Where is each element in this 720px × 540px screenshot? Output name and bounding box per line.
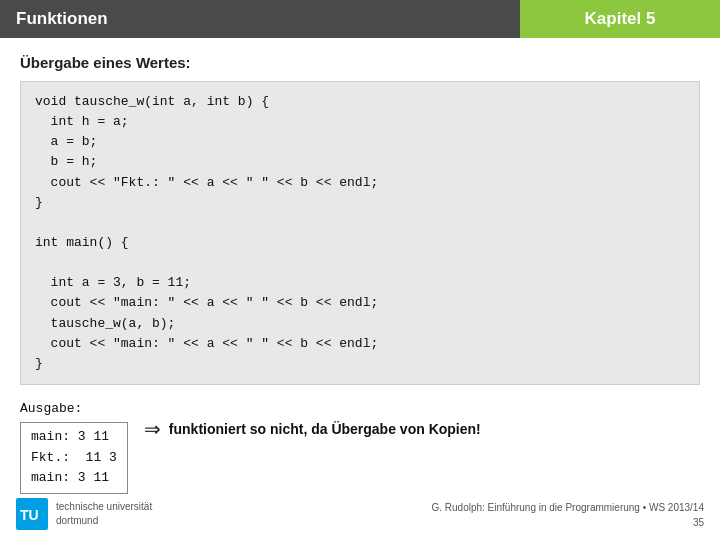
header-title: Funktionen	[0, 0, 520, 38]
output-line-3: main: 3 11	[31, 468, 117, 489]
code-line-11: cout << "main: " << a << " " << b << end…	[35, 293, 685, 313]
footer-logo-area: TU technische universität dortmund	[16, 498, 152, 530]
output-section: Ausgabe: main: 3 11 Fkt.: 11 3 main: 3 1…	[20, 399, 700, 494]
footer-school-name: technische universität dortmund	[56, 500, 152, 528]
code-line-2: int h = a;	[35, 112, 685, 132]
tu-logo-icon: TU	[16, 498, 48, 530]
school-line1: technische universität	[56, 500, 152, 514]
footer-credit: G. Rudolph: Einführung in die Programmie…	[431, 500, 704, 530]
code-line-8: int main() {	[35, 233, 685, 253]
header-chapter: Kapitel 5	[520, 0, 720, 38]
code-line-9	[35, 253, 685, 273]
code-line-6: }	[35, 193, 685, 213]
footer-credit-text: G. Rudolph: Einführung in die Programmie…	[431, 500, 704, 515]
code-line-3: a = b;	[35, 132, 685, 152]
footer-page: 35	[431, 515, 704, 530]
svg-text:TU: TU	[20, 507, 39, 523]
section-title: Übergabe eines Wertes:	[20, 54, 700, 71]
code-block: void tausche_w(int a, int b) { int h = a…	[20, 81, 700, 385]
ausgabe-text: Ausgabe:	[20, 401, 82, 416]
arrow-section: ⇒ funktioniert so nicht, da Übergabe von…	[144, 417, 481, 441]
code-line-14: }	[35, 354, 685, 374]
code-line-7	[35, 213, 685, 233]
code-line-5: cout << "Fkt.: " << a << " " << b << end…	[35, 173, 685, 193]
school-line2: dortmund	[56, 514, 152, 528]
code-line-12: tausche_w(a, b);	[35, 314, 685, 334]
arrow-description: funktioniert so nicht, da Übergabe von K…	[169, 421, 481, 437]
output-line-1: main: 3 11	[31, 427, 117, 448]
output-label-col: Ausgabe: main: 3 11 Fkt.: 11 3 main: 3 1…	[20, 399, 128, 494]
output-label: Ausgabe:	[20, 399, 128, 420]
arrow-symbol: ⇒	[144, 417, 161, 441]
footer: TU technische universität dortmund G. Ru…	[0, 498, 720, 530]
output-line-2: Fkt.: 11 3	[31, 448, 117, 469]
code-line-1: void tausche_w(int a, int b) {	[35, 92, 685, 112]
header: Funktionen Kapitel 5	[0, 0, 720, 38]
code-line-4: b = h;	[35, 152, 685, 172]
code-line-10: int a = 3, b = 11;	[35, 273, 685, 293]
output-box: main: 3 11 Fkt.: 11 3 main: 3 11	[20, 422, 128, 494]
main-content: Übergabe eines Wertes: void tausche_w(in…	[0, 38, 720, 504]
code-line-13: cout << "main: " << a << " " << b << end…	[35, 334, 685, 354]
